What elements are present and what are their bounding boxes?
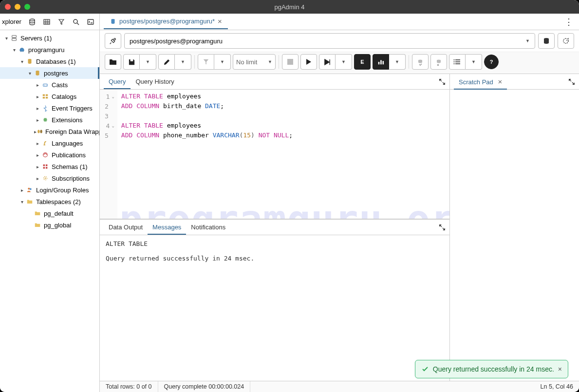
svg-point-35 xyxy=(114,38,116,40)
save-button[interactable] xyxy=(123,54,140,70)
tree-server[interactable]: ▾ programguru xyxy=(0,44,99,56)
macros-button[interactable] xyxy=(449,54,466,70)
tree-databases[interactable]: ▾ Databases (1) xyxy=(0,56,99,67)
connection-dropdown[interactable]: postgres/postgres@programguru ▼ xyxy=(124,33,535,49)
close-icon[interactable]: × xyxy=(498,77,502,86)
svg-point-24 xyxy=(40,130,42,133)
titlebar: pgAdmin 4 xyxy=(0,0,579,14)
svg-point-23 xyxy=(37,130,39,133)
analyze-dropdown[interactable]: ▼ xyxy=(389,54,406,70)
tree-tablespaces[interactable]: ▾ Tablespaces (2) xyxy=(0,196,99,207)
svg-point-6 xyxy=(74,19,77,23)
success-toast: Query returned successfully in 24 msec. … xyxy=(415,360,568,378)
svg-point-33 xyxy=(30,188,32,190)
tree-item[interactable]: pg_default xyxy=(0,207,99,219)
svg-rect-21 xyxy=(44,119,45,121)
tablespace-folder-icon xyxy=(25,198,34,205)
window-title: pgAdmin 4 xyxy=(274,3,304,11)
filter-tree-icon[interactable] xyxy=(55,16,68,28)
close-icon[interactable]: × xyxy=(218,17,222,25)
explain-e-button[interactable]: E xyxy=(354,54,371,70)
svg-point-48 xyxy=(454,63,455,64)
macros-dropdown[interactable]: ▼ xyxy=(466,54,482,70)
status-time: Query complete 00:00:00.024 xyxy=(158,381,251,392)
tree-servers[interactable]: ▾ Servers (1) xyxy=(0,32,99,44)
expand-editor-icon[interactable] xyxy=(439,78,446,85)
open-button[interactable] xyxy=(105,54,121,70)
explain-dropdown[interactable]: ▼ xyxy=(336,54,352,70)
rollback-button[interactable] xyxy=(430,54,447,70)
new-connection-button[interactable] xyxy=(538,33,555,49)
svg-rect-19 xyxy=(46,97,48,99)
data-output-tab[interactable]: Data Output xyxy=(104,221,148,234)
tree-item[interactable]: ▸Languages xyxy=(0,137,99,149)
search-icon[interactable] xyxy=(69,16,83,28)
elephant-icon xyxy=(18,46,26,54)
svg-rect-27 xyxy=(46,165,48,167)
commit-button[interactable] xyxy=(412,54,429,70)
tree-item[interactable]: ▸Schemas (1) xyxy=(0,161,99,172)
tab-menu[interactable]: ⋮ xyxy=(562,15,575,29)
tree[interactable]: ▾ Servers (1) ▾ programguru ▾ Databases … xyxy=(0,30,99,392)
close-icon[interactable]: × xyxy=(558,365,562,373)
statusbar: Total rows: 0 of 0 Query complete 00:00:… xyxy=(100,381,579,392)
svg-rect-39 xyxy=(380,60,382,65)
terminal-icon[interactable] xyxy=(84,16,97,28)
svg-rect-18 xyxy=(43,97,45,99)
svg-point-32 xyxy=(28,187,30,189)
sql-editor[interactable]: 1⌄234⌄5 ALTER TABLE employeesADD COLUMN … xyxy=(100,90,449,219)
svg-point-0 xyxy=(30,19,35,21)
svg-rect-13 xyxy=(43,84,48,86)
save-dropdown[interactable]: ▼ xyxy=(140,54,156,70)
window-minimize[interactable] xyxy=(15,4,20,10)
explain-button[interactable] xyxy=(319,54,336,70)
grid-icon[interactable] xyxy=(40,16,54,28)
window-close[interactable] xyxy=(5,4,11,10)
svg-rect-28 xyxy=(43,167,45,169)
svg-rect-10 xyxy=(12,38,17,40)
query-subtab[interactable]: Query xyxy=(104,75,131,89)
edit-dropdown[interactable]: ▼ xyxy=(175,54,191,70)
expand-scratch-icon[interactable] xyxy=(568,78,575,85)
edit-button[interactable] xyxy=(158,54,175,70)
filter-dropdown[interactable]: ▼ xyxy=(214,54,231,70)
svg-rect-9 xyxy=(12,36,17,37)
explain-analyze-button[interactable] xyxy=(373,54,389,70)
execute-button[interactable] xyxy=(300,54,317,70)
reset-layout-button[interactable] xyxy=(558,33,574,49)
filter-button[interactable] xyxy=(198,54,214,70)
notifications-tab[interactable]: Notifications xyxy=(186,221,230,234)
tree-item[interactable]: ▸Extensions xyxy=(0,114,99,126)
messages-tab[interactable]: Messages xyxy=(148,221,186,235)
window-maximize[interactable] xyxy=(24,4,30,10)
tree-item[interactable]: ▸Catalogs xyxy=(0,91,99,102)
svg-point-14 xyxy=(44,85,45,86)
explorer-title: xplorer xyxy=(2,18,21,25)
tree-postgres-db[interactable]: ▾ postgres xyxy=(0,67,99,79)
scratch-tab[interactable]: Scratch Pad × xyxy=(454,75,507,90)
limit-dropdown[interactable]: No limit ▼ xyxy=(233,54,276,70)
connection-status-button[interactable] xyxy=(105,33,121,49)
svg-point-47 xyxy=(454,61,455,62)
tree-item[interactable]: ▸Publications xyxy=(0,149,99,161)
svg-rect-37 xyxy=(287,59,293,65)
stop-button[interactable] xyxy=(282,54,299,70)
query-tab[interactable]: postgres/postgres@programguru* × xyxy=(104,14,228,29)
main-tabbar: postgres/postgres@programguru* × ⋮ xyxy=(100,14,579,30)
history-subtab[interactable]: Query History xyxy=(131,75,179,88)
svg-rect-8 xyxy=(88,19,93,24)
svg-point-46 xyxy=(454,59,455,60)
tree-item[interactable]: ▸Foreign Data Wrappers xyxy=(0,126,99,137)
svg-rect-1 xyxy=(44,19,50,24)
tree-login-roles[interactable]: ▸ Login/Group Roles xyxy=(0,184,99,196)
tree-item[interactable]: ▸Event Triggers xyxy=(0,102,99,114)
svg-rect-38 xyxy=(378,62,380,64)
servers-icon xyxy=(10,34,19,42)
expand-output-icon[interactable] xyxy=(439,224,446,231)
tree-item[interactable]: ▸Subscriptions xyxy=(0,172,99,184)
svg-point-31 xyxy=(45,178,46,179)
tree-item[interactable]: ▸Casts xyxy=(0,79,99,91)
help-button[interactable]: ? xyxy=(484,55,499,69)
db-icon[interactable] xyxy=(25,16,39,28)
tree-item[interactable]: pg_global xyxy=(0,219,99,231)
